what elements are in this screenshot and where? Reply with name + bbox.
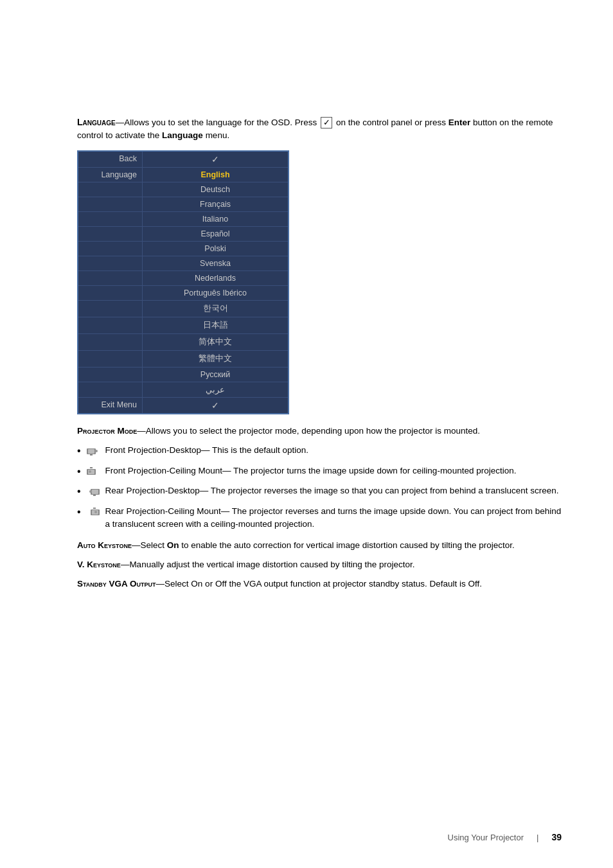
standby-vga-term: Standby VGA Output xyxy=(77,579,156,589)
osd-russian-left xyxy=(78,368,143,382)
projector-mode-term: Projector Mode xyxy=(77,426,137,436)
osd-header-row: Back ✓ xyxy=(78,152,288,168)
osd-francais-left xyxy=(78,197,143,211)
list-item-fp-ceiling: • Front Projection-Ceiling Mount— The pr… xyxy=(77,465,562,479)
standby-vga-para: Standby VGA Output—Select On or Off the … xyxy=(77,578,562,590)
auto-keystone-on: On xyxy=(167,540,179,550)
osd-svenska-row: Svenska xyxy=(78,256,288,271)
svg-rect-3 xyxy=(90,454,93,456)
auto-keystone-desc2: to enable the auto correction for vertic… xyxy=(181,540,515,550)
svg-rect-9 xyxy=(92,490,98,494)
standby-vga-desc: Select On or Off the VGA output function… xyxy=(164,579,482,589)
osd-italiano-row: Italiano xyxy=(78,212,288,227)
osd-korean-left xyxy=(78,301,143,317)
v-keystone-dash: — xyxy=(121,560,130,569)
rp-desktop-icon xyxy=(86,486,100,497)
osd-language-menu: Back ✓ Language English Deutsch Français… xyxy=(77,150,289,414)
projector-mode-intro: Projector Mode—Allows you to select the … xyxy=(77,425,562,438)
osd-deutsch-row: Deutsch xyxy=(78,182,288,197)
top-spacer xyxy=(77,39,562,116)
fp-desktop-desc: — This is the default option. xyxy=(201,445,308,455)
bullet-dot-1: • xyxy=(77,445,81,458)
osd-espanol-row: Español xyxy=(78,227,288,242)
osd-language-label: Language xyxy=(78,168,143,182)
osd-deutsch: Deutsch xyxy=(143,182,288,197)
osd-polski: Polski xyxy=(143,242,288,256)
em-dash: — xyxy=(116,118,125,127)
osd-footer-row: Exit Menu ✓ xyxy=(78,398,288,413)
osd-portugues-row: Português Ibérico xyxy=(78,286,288,301)
page-container: Language—Allows you to set the language … xyxy=(0,0,613,868)
svg-point-2 xyxy=(95,450,98,452)
osd-portugues-left xyxy=(78,286,143,300)
osd-francais: Français xyxy=(143,197,288,211)
checkmark-button: ✓ xyxy=(321,117,332,128)
enter-word: Enter xyxy=(449,118,471,127)
fp-ceiling-text: Front Projection-Ceiling Mount— The proj… xyxy=(105,465,517,477)
osd-arabic-left xyxy=(78,382,143,397)
osd-nederlands-row: Nederlands xyxy=(78,271,288,286)
osd-back-label: Back xyxy=(78,152,143,167)
osd-traditional-chinese-left xyxy=(78,351,143,367)
osd-exit-label: Exit Menu xyxy=(78,398,143,413)
language-intro: Language—Allows you to set the language … xyxy=(77,116,562,143)
list-item-rp-desktop: • Rear Projection-Desktop— The projector… xyxy=(77,484,562,499)
osd-francais-row: Français xyxy=(78,197,288,212)
list-item-fp-desktop: • Front Projection-Desktop— This is the … xyxy=(77,444,562,458)
svg-point-14 xyxy=(94,511,97,513)
osd-footer-check: ✓ xyxy=(143,398,288,413)
osd-arabic: عربي xyxy=(143,382,288,397)
osd-traditional-chinese: 繁體中文 xyxy=(143,351,288,367)
osd-simplified-chinese-left xyxy=(78,334,143,350)
fp-ceiling-desc: — The projector turns the image upside d… xyxy=(222,466,517,475)
osd-arabic-row: عربي xyxy=(78,382,288,398)
osd-italiano: Italiano xyxy=(143,212,288,226)
footer-text: Using Your Projector xyxy=(448,833,524,842)
fp-desktop-label: Front Projection-Desktop xyxy=(105,445,201,455)
page-number: 39 xyxy=(551,832,562,842)
rp-ceiling-text: Rear Projection-Ceiling Mount— The proje… xyxy=(105,505,562,531)
auto-keystone-dash: — xyxy=(132,540,141,550)
standby-vga-dash: — xyxy=(156,579,165,589)
projector-mode-dash: — xyxy=(137,426,146,436)
osd-traditional-chinese-row: 繁體中文 xyxy=(78,351,288,368)
osd-polski-row: Polski xyxy=(78,242,288,256)
osd-simplified-chinese-row: 简体中文 xyxy=(78,334,288,351)
osd-russian-row: Русский xyxy=(78,368,288,382)
rp-ceiling-icon xyxy=(86,507,100,517)
bullet-dot-4: • xyxy=(77,506,81,519)
rp-desktop-desc: — The projector reverses the image so th… xyxy=(200,486,559,495)
svg-rect-15 xyxy=(93,508,96,509)
rp-desktop-text: Rear Projection-Desktop— The projector r… xyxy=(105,484,559,497)
fp-desktop-icon xyxy=(86,446,100,456)
osd-portugues: Português Ibérico xyxy=(143,286,288,300)
projector-mode-desc: Allows you to select the projector mode,… xyxy=(146,426,480,436)
osd-nederlands: Nederlands xyxy=(143,271,288,285)
svg-point-10 xyxy=(89,490,92,493)
bullet-dot-3: • xyxy=(77,485,81,499)
osd-espanol-left xyxy=(78,227,143,241)
svg-rect-7 xyxy=(90,467,93,468)
svg-rect-11 xyxy=(93,495,96,496)
svg-rect-1 xyxy=(88,449,94,454)
osd-russian: Русский xyxy=(143,368,288,382)
fp-ceiling-icon xyxy=(86,466,100,477)
intro-desc1: Allows you to set the language for the O… xyxy=(124,118,317,127)
language-term: Language xyxy=(77,117,116,127)
intro-desc2: on the control panel or press xyxy=(336,118,446,127)
osd-svenska-left xyxy=(78,256,143,270)
osd-japanese: 日本語 xyxy=(143,317,288,333)
v-keystone-term: V. Keystone xyxy=(77,560,121,569)
v-keystone-para: V. Keystone—Manually adjust the vertical… xyxy=(77,558,562,571)
osd-korean-row: 한국어 xyxy=(78,301,288,317)
v-keystone-desc: Manually adjust the vertical image disto… xyxy=(129,560,414,569)
osd-polski-left xyxy=(78,242,143,256)
language-word: Language xyxy=(162,130,203,140)
osd-english-selected: English xyxy=(143,168,288,182)
intro-desc4: menu. xyxy=(206,130,230,140)
osd-deutsch-left xyxy=(78,182,143,197)
bullet-dot-2: • xyxy=(77,465,81,479)
osd-simplified-chinese: 简体中文 xyxy=(143,334,288,350)
projection-options-list: • Front Projection-Desktop— This is the … xyxy=(77,444,562,531)
list-item-rp-ceiling: • Rear Projection-Ceiling Mount— The pro… xyxy=(77,505,562,531)
